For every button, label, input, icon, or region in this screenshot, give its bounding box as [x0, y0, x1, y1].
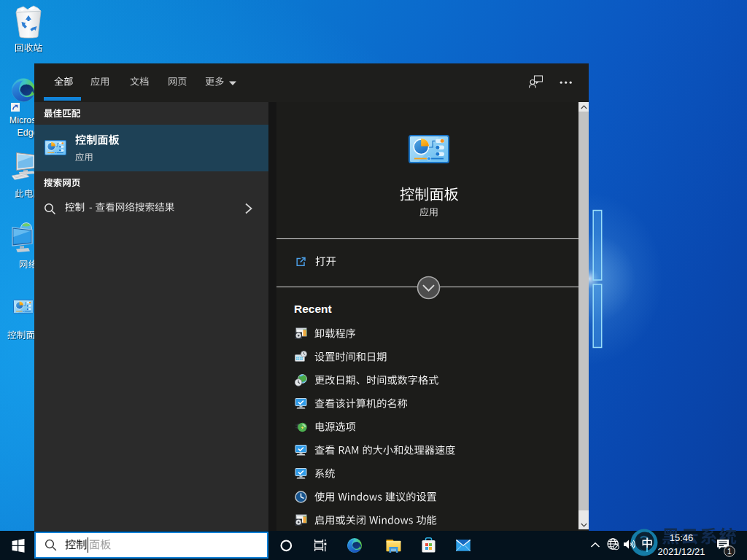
svg-text:1: 1: [727, 547, 732, 556]
